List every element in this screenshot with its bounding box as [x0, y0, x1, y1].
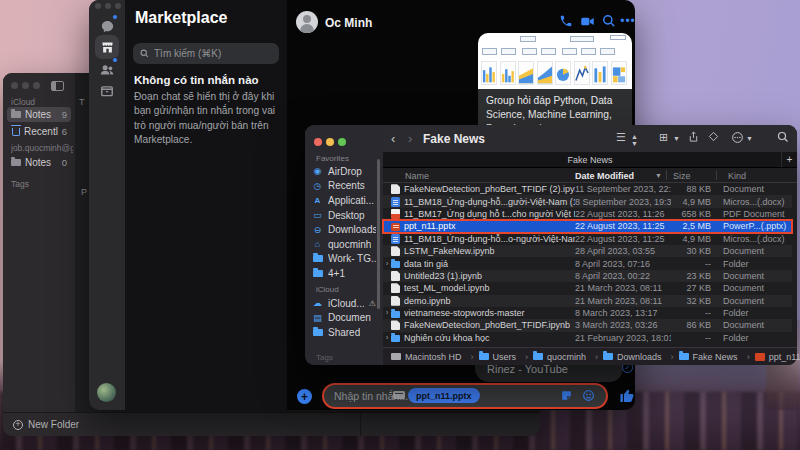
- file-size: 658 KB: [671, 209, 711, 219]
- thumbs-up-icon[interactable]: [619, 387, 636, 404]
- sticker-icon[interactable]: [560, 389, 574, 403]
- marketplace-icon[interactable]: [95, 35, 119, 59]
- search-icon[interactable]: [600, 12, 618, 30]
- table-row[interactable]: FakeNewDetection_phoBert_TFIDF.ipynb 3 M…: [383, 319, 792, 331]
- search-icon[interactable]: [777, 131, 789, 143]
- back-button[interactable]: ‹: [391, 131, 395, 146]
- path-segment[interactable]: ppt_n11.pptx: [755, 352, 800, 362]
- file-size: 86 KB: [671, 320, 711, 330]
- table-row[interactable]: 11_BM18_Ứng-dụng-hỗ...o-người-Việt-Nam.d…: [383, 233, 792, 245]
- disclosure-icon[interactable]: [383, 260, 391, 268]
- column-size[interactable]: Size: [673, 171, 691, 181]
- requests-icon[interactable]: [95, 79, 119, 103]
- path-segment-label: ppt_n11.pptx: [769, 352, 800, 362]
- user-avatar[interactable]: [97, 383, 116, 402]
- table-row[interactable]: Nghiên cứu khoa học 21 February 2023, 18…: [383, 332, 792, 344]
- share-icon[interactable]: [688, 131, 699, 143]
- column-date-modified[interactable]: Date Modified: [575, 171, 634, 181]
- notes-bottom-bar: + New Folder: [3, 412, 540, 436]
- table-row[interactable]: vietnamese-stopwords-master 8 March 2023…: [383, 307, 792, 319]
- path-segment[interactable]: Macintosh HD: [391, 352, 479, 362]
- path-segment[interactable]: quocminh: [533, 352, 603, 362]
- messenger-traffic-lights[interactable]: [95, 3, 121, 9]
- sidebar-toggle-icon[interactable]: [51, 81, 64, 91]
- tag-icon[interactable]: [708, 131, 719, 142]
- sidebar-item-label: 4+1: [328, 268, 345, 279]
- column-kind[interactable]: Kind: [728, 171, 746, 181]
- marketplace-search-input[interactable]: Tìm kiếm (⌘K): [133, 43, 279, 64]
- more-options-icon[interactable]: •••: [619, 12, 637, 30]
- list-view-icon[interactable]: ☰: [616, 131, 626, 144]
- notes-section-tags: Tags: [11, 179, 29, 189]
- sidebar-favorites-list: ◉ AirDrop ◷ Recents A Applicati...: [309, 164, 379, 281]
- column-name[interactable]: Name: [405, 171, 429, 181]
- path-segment-label: quocminh: [547, 352, 586, 362]
- disclosure-icon[interactable]: [383, 309, 391, 317]
- path-segment[interactable]: Downloads: [603, 352, 679, 362]
- finder-sidebar-item[interactable]: ☁ iCloud... ⚠: [309, 296, 379, 311]
- finder-sidebar-item[interactable]: ⊖ Downloads: [309, 222, 379, 237]
- finder-sidebar-item[interactable]: ⌂ quocminh: [309, 237, 379, 252]
- notes-traffic-lights[interactable]: [11, 82, 40, 89]
- notes-item-icon: [11, 159, 21, 166]
- group-view-icon[interactable]: ⊞: [659, 131, 668, 144]
- people-icon[interactable]: [95, 57, 119, 81]
- path-segment-icon: [533, 353, 543, 360]
- file-name: demo.ipynb: [404, 296, 575, 306]
- finder-sidebar-item[interactable]: ◉ AirDrop: [309, 164, 379, 179]
- column-divider[interactable]: [716, 170, 717, 180]
- finder-sidebar-item[interactable]: 4+1: [309, 266, 379, 281]
- file-date: 21 March 2023, 08:11: [575, 283, 671, 293]
- file-date: 21 March 2023, 08:11: [575, 296, 671, 306]
- file-kind: Document: [711, 184, 792, 194]
- chevron-down-icon: ▼: [746, 135, 753, 142]
- table-row[interactable]: 11_BM17_Ứng dụng hỗ t...cho người Việt N…: [383, 208, 792, 220]
- attach-plus-button[interactable]: +: [297, 389, 312, 404]
- table-row[interactable]: LSTM_FakeNew.ipynb 28 April 2023, 03:55 …: [383, 245, 792, 257]
- finder-traffic-lights[interactable]: [314, 138, 346, 146]
- path-segment[interactable]: Users: [479, 352, 534, 362]
- file-icon: [391, 197, 400, 207]
- notes-sidebar-item[interactable]: Notes 0: [7, 155, 71, 170]
- file-icon: [391, 209, 400, 219]
- file-icon: [391, 296, 400, 306]
- finder-sidebar-item[interactable]: ◷ Recents: [309, 179, 379, 194]
- finder-sidebar-item[interactable]: Shared: [309, 325, 379, 340]
- sort-chevron-icon[interactable]: ▼: [655, 172, 662, 179]
- message-input[interactable]: Nhập tin nhắn... ppt_n11.pptx: [322, 383, 608, 409]
- notes-sidebar-item[interactable]: Recentl... 6: [7, 124, 71, 139]
- forward-button[interactable]: ›: [408, 131, 412, 146]
- file-kind: PowerP...(.pptx): [711, 221, 792, 231]
- notes-sidebar-item[interactable]: Notes 9: [7, 107, 71, 122]
- contact-avatar[interactable]: [296, 11, 318, 33]
- emoji-icon[interactable]: [582, 389, 596, 403]
- file-kind: Document: [711, 320, 792, 330]
- table-row[interactable]: ppt_n11.pptx 22 August 2023, 11:25 2,5 M…: [383, 220, 792, 232]
- disclosure-icon[interactable]: [383, 334, 391, 342]
- table-row[interactable]: Untitled23 (1).ipynb 8 April 2023, 00:22…: [383, 270, 792, 282]
- notes-item-label: Notes: [25, 109, 51, 120]
- table-row[interactable]: 11_BM18_Ứng-dụng-hỗ...gười-Việt-Nam (1).…: [383, 195, 792, 207]
- table-row[interactable]: data tin giả 8 April 2023, 07:16 -- Fold…: [383, 257, 792, 269]
- sidebar-scrollbar[interactable]: [377, 159, 380, 309]
- table-row[interactable]: demo.ipynb 21 March 2023, 08:11 32 KB Do…: [383, 295, 792, 307]
- sidebar-item-icon: ⊖: [312, 225, 323, 235]
- finder-sidebar-item[interactable]: Work- TG...: [309, 252, 379, 267]
- more-actions-icon[interactable]: [731, 131, 744, 144]
- phone-call-icon[interactable]: [557, 12, 575, 30]
- video-call-icon[interactable]: [578, 12, 596, 30]
- new-tab-button[interactable]: +: [781, 152, 797, 167]
- finder-sidebar-item[interactable]: ▤ Documents: [309, 311, 379, 326]
- column-divider[interactable]: [666, 170, 667, 180]
- attachment-chip[interactable]: ppt_n11.pptx: [408, 388, 480, 403]
- view-stepper-icon[interactable]: ▲▼: [631, 133, 638, 147]
- new-folder-button[interactable]: New Folder: [28, 419, 79, 430]
- finder-sidebar-item[interactable]: ▭ Desktop: [309, 208, 379, 223]
- table-row[interactable]: test_ML_model.ipynb 21 March 2023, 08:11…: [383, 282, 792, 294]
- tab-fake-news[interactable]: Fake News: [567, 155, 612, 165]
- path-segment-label: Users: [493, 352, 517, 362]
- notes-folder-list-2: Notes 0: [3, 155, 75, 170]
- path-segment[interactable]: Fake News: [679, 352, 755, 362]
- table-row[interactable]: FakeNewDetection_phoBert_TFIDF (2).ipynb…: [383, 183, 792, 195]
- finder-sidebar-item[interactable]: A Applicati...: [309, 193, 379, 208]
